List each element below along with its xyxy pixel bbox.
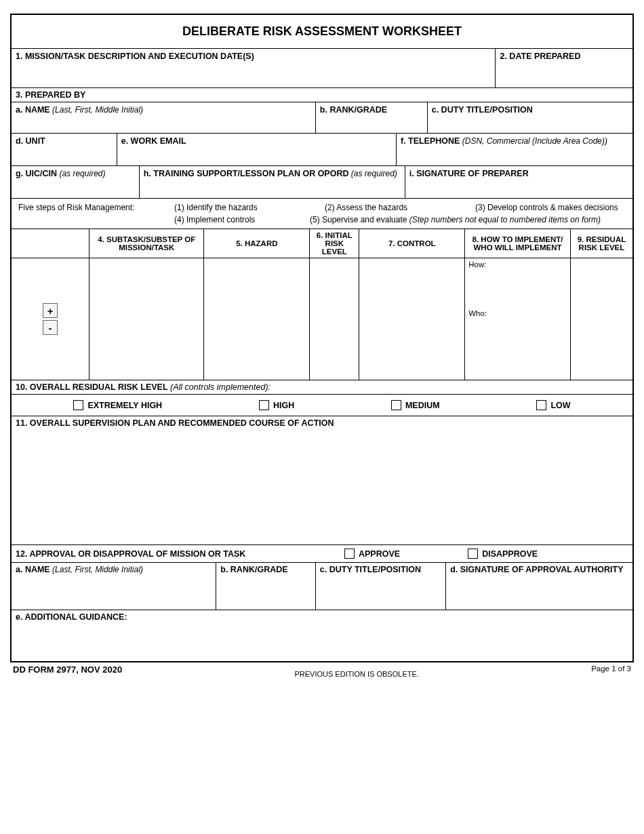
label-eh: EXTREMELY HIGH: [87, 401, 162, 410]
field-mission-task[interactable]: 1. MISSION/TASK DESCRIPTION AND EXECUTIO…: [12, 49, 496, 88]
label-3f-bold: f. TELEPHONE: [401, 136, 460, 146]
field-rank[interactable]: b. RANK/GRADE: [316, 102, 428, 134]
field-supervision-plan[interactable]: 11. OVERALL SUPERVISION PLAN AND RECOMME…: [12, 416, 632, 545]
field-12a-name[interactable]: a. NAME (Last, First, Middle Initial): [12, 563, 216, 610]
label-disapprove: DISAPPROVE: [482, 549, 538, 559]
footer: DD FORM 2977, NOV 2020 PREVIOUS EDITION …: [10, 664, 634, 678]
label-l: LOW: [550, 401, 570, 410]
label-sec10-italic: (All controls implemented):: [168, 382, 270, 392]
steps-intro: Five steps of Risk Management:: [18, 203, 174, 212]
step-3: (3) Develop controls & makes decisions: [475, 203, 626, 212]
checkbox-medium[interactable]: [391, 400, 401, 410]
row-3def: d. UNIT e. WORK EMAIL f. TELEPHONE (DSN,…: [12, 134, 632, 166]
label-3h-bold: h. TRAINING SUPPORT/LESSON PLAN OR OPORD: [144, 169, 349, 178]
label-12a-italic: (Last, First, Middle Initial): [50, 565, 143, 574]
option-medium: MEDIUM: [391, 400, 440, 410]
label-12b: b. RANK/GRADE: [220, 565, 287, 574]
five-steps: Five steps of Risk Management: (1) Ident…: [12, 199, 632, 229]
label-12a-bold: a. NAME: [16, 565, 50, 574]
header-hazard: 5. HAZARD: [204, 229, 310, 258]
label-sec2: 2. DATE PREPARED: [500, 52, 580, 61]
field-training-support[interactable]: h. TRAINING SUPPORT/LESSON PLAN OR OPORD…: [140, 166, 405, 199]
label-sec10: 10. OVERALL RESIDUAL RISK LEVEL (All con…: [12, 380, 632, 395]
header-control: 7. CONTROL: [359, 229, 465, 258]
risk-level-options: EXTREMELY HIGH HIGH MEDIUM LOW: [12, 395, 632, 416]
field-work-email[interactable]: e. WORK EMAIL: [117, 134, 397, 166]
label-3a-italic: (Last, First, Middle Initial): [50, 105, 143, 115]
field-name[interactable]: a. NAME (Last, First, Middle Initial): [12, 102, 316, 134]
row-1-2: 1. MISSION/TASK DESCRIPTION AND EXECUTIO…: [12, 49, 632, 88]
field-duty-title[interactable]: c. DUTY TITLE/POSITION: [428, 102, 632, 134]
option-extremely-high: EXTREMELY HIGH: [73, 400, 162, 410]
label-3d: d. UNIT: [16, 136, 45, 146]
form-container: DELIBERATE RISK ASSESSMENT WORKSHEET 1. …: [10, 14, 634, 662]
label-how: How:: [468, 260, 567, 269]
label-sec12: 12. APPROVAL OR DISAPPROVAL OF MISSION O…: [16, 549, 300, 559]
field-12c-duty[interactable]: c. DUTY TITLE/POSITION: [316, 563, 446, 610]
label-3h-italic: (as required): [348, 169, 397, 178]
label-sec3: 3. PREPARED BY: [12, 88, 632, 102]
field-unit[interactable]: d. UNIT: [12, 134, 117, 166]
label-3e: e. WORK EMAIL: [121, 136, 186, 146]
header-blank: [12, 229, 89, 258]
checkbox-high[interactable]: [259, 400, 269, 410]
step-1: (1) Identify the hazards: [174, 203, 325, 212]
sec12-grid: a. NAME (Last, First, Middle Initial) b.…: [12, 563, 632, 610]
option-low: LOW: [536, 400, 570, 410]
step-2: (2) Assess the hazards: [325, 203, 475, 212]
option-approve: APPROVE: [344, 549, 400, 559]
option-disapprove: DISAPPROVE: [468, 549, 538, 559]
label-3g-bold: g. UIC/CIN: [16, 169, 57, 178]
cell-subtask[interactable]: [89, 258, 204, 380]
label-3f-italic: (DSN, Commercial (Include Area Code)): [460, 136, 607, 146]
label-m: MEDIUM: [405, 401, 440, 410]
label-sec10-bold: 10. OVERALL RESIDUAL RISK LEVEL: [16, 382, 168, 392]
label-3a-bold: a. NAME: [16, 105, 50, 115]
label-12e: e. ADDITIONAL GUIDANCE:: [16, 612, 127, 622]
label-who: Who:: [468, 309, 567, 317]
field-telephone[interactable]: f. TELEPHONE (DSN, Commercial (Include A…: [397, 134, 632, 166]
step-5b: (Step numbers not equal to numbered item…: [409, 215, 601, 224]
cell-hazard[interactable]: [204, 258, 310, 380]
label-sec11: 11. OVERALL SUPERVISION PLAN AND RECOMME…: [16, 418, 334, 428]
remove-row-button[interactable]: -: [43, 320, 58, 335]
header-implement: 8. HOW TO IMPLEMENT/ WHO WILL IMPLEMENT: [465, 229, 571, 258]
label-12d: d. SIGNATURE OF APPROVAL AUTHORITY: [450, 565, 623, 574]
table-row: + - How: Who:: [12, 258, 632, 380]
field-12e-guidance[interactable]: e. ADDITIONAL GUIDANCE:: [12, 610, 632, 661]
label-12c: c. DUTY TITLE/POSITION: [320, 565, 421, 574]
form-title: DELIBERATE RISK ASSESSMENT WORKSHEET: [12, 15, 632, 49]
cell-initial-risk[interactable]: [310, 258, 359, 380]
field-uic-cin[interactable]: g. UIC/CIN (as required): [12, 166, 140, 199]
checkbox-disapprove[interactable]: [468, 549, 478, 559]
cell-plusminus: + -: [12, 258, 89, 380]
step-4: (4) Implement controls: [174, 215, 310, 224]
field-date-prepared[interactable]: 2. DATE PREPARED: [496, 49, 632, 88]
row-3ghi: g. UIC/CIN (as required) h. TRAINING SUP…: [12, 166, 632, 199]
footer-form-number: DD FORM 2977, NOV 2020: [13, 664, 122, 675]
field-signature-preparer[interactable]: i. SIGNATURE OF PREPARER: [405, 166, 632, 199]
field-12b-rank[interactable]: b. RANK/GRADE: [216, 563, 316, 610]
label-3g-italic: (as required): [57, 169, 105, 178]
checkbox-low[interactable]: [536, 400, 546, 410]
step-5a: (5) Supervise and evaluate: [310, 215, 409, 224]
label-sec1: 1. MISSION/TASK DESCRIPTION AND EXECUTIO…: [16, 52, 254, 61]
header-subtask: 4. SUBTASK/SUBSTEP OF MISSION/TASK: [89, 229, 204, 258]
sec12-header: 12. APPROVAL OR DISAPPROVAL OF MISSION O…: [12, 545, 632, 563]
label-3b: b. RANK/GRADE: [320, 105, 387, 115]
field-12d-signature[interactable]: d. SIGNATURE OF APPROVAL AUTHORITY: [446, 563, 632, 610]
row-3abc: a. NAME (Last, First, Middle Initial) b.…: [12, 102, 632, 134]
footer-page-number: Page 1 of 3: [591, 664, 631, 673]
label-3i: i. SIGNATURE OF PREPARER: [409, 169, 529, 178]
hazard-table: 4. SUBTASK/SUBSTEP OF MISSION/TASK 5. HA…: [12, 229, 632, 380]
header-residual: 9. RESIDUAL RISK LEVEL: [570, 229, 632, 258]
footer-obsolete-note: PREVIOUS EDITION IS OBSOLETE.: [294, 670, 418, 678]
label-h: HIGH: [273, 401, 294, 410]
checkbox-extremely-high[interactable]: [73, 400, 83, 410]
label-approve: APPROVE: [359, 549, 400, 559]
cell-control[interactable]: [359, 258, 465, 380]
add-row-button[interactable]: +: [43, 303, 58, 318]
checkbox-approve[interactable]: [344, 549, 355, 559]
cell-implement[interactable]: How: Who:: [465, 258, 571, 380]
cell-residual-risk[interactable]: [570, 258, 632, 380]
